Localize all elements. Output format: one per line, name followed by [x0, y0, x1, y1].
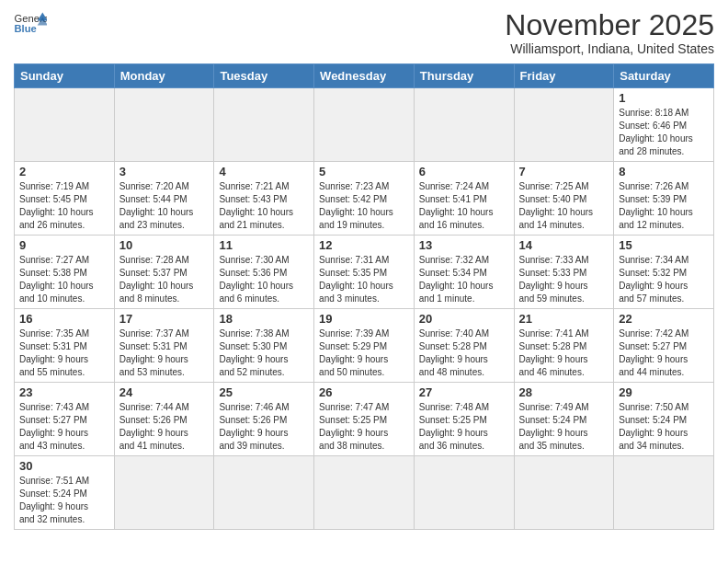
table-row [314, 88, 415, 162]
day-info: Sunrise: 7:31 AM Sunset: 5:35 PM Dayligh… [319, 254, 409, 305]
day-number: 28 [519, 385, 609, 399]
table-row: 16Sunrise: 7:35 AM Sunset: 5:31 PM Dayli… [15, 309, 115, 383]
day-number: 11 [219, 238, 309, 252]
calendar-header-row: Sunday Monday Tuesday Wednesday Thursday… [15, 64, 714, 88]
day-info: Sunrise: 7:20 AM Sunset: 5:44 PM Dayligh… [119, 180, 210, 232]
day-number: 29 [619, 385, 709, 399]
day-info: Sunrise: 7:41 AM Sunset: 5:28 PM Dayligh… [519, 327, 609, 379]
day-number: 3 [119, 165, 210, 178]
day-info: Sunrise: 7:46 AM Sunset: 5:26 PM Dayligh… [219, 401, 309, 453]
header-monday: Monday [114, 64, 214, 88]
table-row [214, 88, 314, 162]
day-info: Sunrise: 7:42 AM Sunset: 5:27 PM Dayligh… [619, 327, 709, 379]
table-row [114, 456, 214, 530]
day-number: 6 [419, 165, 509, 178]
day-number: 20 [419, 312, 509, 326]
day-number: 25 [219, 385, 309, 399]
table-row: 10Sunrise: 7:28 AM Sunset: 5:37 PM Dayli… [114, 236, 214, 309]
page: General Blue November 2025 Williamsport,… [0, 0, 728, 544]
day-info: Sunrise: 7:33 AM Sunset: 5:33 PM Dayligh… [519, 254, 609, 305]
table-row: 6Sunrise: 7:24 AM Sunset: 5:41 PM Daylig… [414, 162, 514, 236]
day-info: Sunrise: 7:21 AM Sunset: 5:43 PM Dayligh… [219, 180, 309, 232]
day-info: Sunrise: 7:34 AM Sunset: 5:32 PM Dayligh… [619, 254, 709, 305]
day-number: 2 [19, 165, 109, 178]
day-info: Sunrise: 7:50 AM Sunset: 5:24 PM Dayligh… [619, 401, 709, 453]
table-row: 12Sunrise: 7:31 AM Sunset: 5:35 PM Dayli… [314, 236, 415, 309]
day-info: Sunrise: 7:43 AM Sunset: 5:27 PM Dayligh… [19, 401, 109, 453]
day-number: 30 [19, 459, 109, 473]
table-row: 17Sunrise: 7:37 AM Sunset: 5:31 PM Dayli… [114, 309, 214, 383]
table-row: 23Sunrise: 7:43 AM Sunset: 5:27 PM Dayli… [15, 383, 115, 456]
day-number: 22 [619, 312, 709, 326]
day-info: Sunrise: 7:28 AM Sunset: 5:37 PM Dayligh… [119, 254, 210, 305]
day-number: 4 [219, 165, 309, 178]
table-row: 9Sunrise: 7:27 AM Sunset: 5:38 PM Daylig… [15, 236, 115, 309]
day-info: Sunrise: 7:44 AM Sunset: 5:26 PM Dayligh… [119, 401, 210, 453]
day-info: Sunrise: 7:25 AM Sunset: 5:40 PM Dayligh… [519, 180, 609, 232]
table-row: 13Sunrise: 7:32 AM Sunset: 5:34 PM Dayli… [414, 236, 514, 309]
table-row: 29Sunrise: 7:50 AM Sunset: 5:24 PM Dayli… [614, 383, 714, 456]
day-info: Sunrise: 7:24 AM Sunset: 5:41 PM Dayligh… [419, 180, 509, 232]
table-row: 25Sunrise: 7:46 AM Sunset: 5:26 PM Dayli… [214, 383, 314, 456]
day-number: 10 [119, 238, 210, 252]
day-number: 5 [319, 165, 409, 178]
table-row: 8Sunrise: 7:26 AM Sunset: 5:39 PM Daylig… [614, 162, 714, 236]
day-number: 8 [619, 165, 709, 178]
day-number: 15 [619, 238, 709, 252]
table-row: 22Sunrise: 7:42 AM Sunset: 5:27 PM Dayli… [614, 309, 714, 383]
table-row: 7Sunrise: 7:25 AM Sunset: 5:40 PM Daylig… [514, 162, 614, 236]
header-thursday: Thursday [414, 64, 514, 88]
day-info: Sunrise: 7:39 AM Sunset: 5:29 PM Dayligh… [319, 327, 409, 379]
day-number: 14 [519, 238, 609, 252]
location: Williamsport, Indiana, United States [505, 41, 714, 56]
day-info: Sunrise: 8:18 AM Sunset: 6:46 PM Dayligh… [619, 107, 709, 158]
table-row: 18Sunrise: 7:38 AM Sunset: 5:30 PM Dayli… [214, 309, 314, 383]
header-saturday: Saturday [614, 64, 714, 88]
table-row: 28Sunrise: 7:49 AM Sunset: 5:24 PM Dayli… [514, 383, 614, 456]
generalblue-logo-icon: General Blue [14, 9, 47, 35]
table-row [15, 88, 115, 162]
day-info: Sunrise: 7:32 AM Sunset: 5:34 PM Dayligh… [419, 254, 509, 305]
table-row: 5Sunrise: 7:23 AM Sunset: 5:42 PM Daylig… [314, 162, 415, 236]
table-row: 27Sunrise: 7:48 AM Sunset: 5:25 PM Dayli… [414, 383, 514, 456]
table-row: 19Sunrise: 7:39 AM Sunset: 5:29 PM Dayli… [314, 309, 415, 383]
day-number: 12 [319, 238, 409, 252]
table-row [414, 456, 514, 530]
table-row: 21Sunrise: 7:41 AM Sunset: 5:28 PM Dayli… [514, 309, 614, 383]
logo: General Blue [14, 9, 47, 35]
day-info: Sunrise: 7:40 AM Sunset: 5:28 PM Dayligh… [419, 327, 509, 379]
day-info: Sunrise: 7:37 AM Sunset: 5:31 PM Dayligh… [119, 327, 210, 379]
month-title: November 2025 [505, 9, 714, 41]
day-info: Sunrise: 7:27 AM Sunset: 5:38 PM Dayligh… [19, 254, 109, 305]
table-row: 2Sunrise: 7:19 AM Sunset: 5:45 PM Daylig… [15, 162, 115, 236]
table-row: 24Sunrise: 7:44 AM Sunset: 5:26 PM Dayli… [114, 383, 214, 456]
day-number: 17 [119, 312, 210, 326]
header: General Blue November 2025 Williamsport,… [14, 9, 714, 56]
table-row: 15Sunrise: 7:34 AM Sunset: 5:32 PM Dayli… [614, 236, 714, 309]
day-info: Sunrise: 7:23 AM Sunset: 5:42 PM Dayligh… [319, 180, 409, 232]
table-row: 3Sunrise: 7:20 AM Sunset: 5:44 PM Daylig… [114, 162, 214, 236]
title-area: November 2025 Williamsport, Indiana, Uni… [505, 9, 714, 56]
day-number: 1 [619, 91, 709, 105]
day-info: Sunrise: 7:51 AM Sunset: 5:24 PM Dayligh… [19, 475, 109, 526]
header-tuesday: Tuesday [214, 64, 314, 88]
day-number: 7 [519, 165, 609, 178]
table-row [514, 456, 614, 530]
svg-text:Blue: Blue [15, 23, 37, 34]
day-info: Sunrise: 7:38 AM Sunset: 5:30 PM Dayligh… [219, 327, 309, 379]
table-row: 1Sunrise: 8:18 AM Sunset: 6:46 PM Daylig… [614, 88, 714, 162]
table-row [614, 456, 714, 530]
day-number: 18 [219, 312, 309, 326]
day-number: 27 [419, 385, 509, 399]
day-info: Sunrise: 7:30 AM Sunset: 5:36 PM Dayligh… [219, 254, 309, 305]
day-number: 9 [19, 238, 109, 252]
day-number: 19 [319, 312, 409, 326]
table-row: 20Sunrise: 7:40 AM Sunset: 5:28 PM Dayli… [414, 309, 514, 383]
day-info: Sunrise: 7:35 AM Sunset: 5:31 PM Dayligh… [19, 327, 109, 379]
table-row [414, 88, 514, 162]
table-row: 14Sunrise: 7:33 AM Sunset: 5:33 PM Dayli… [514, 236, 614, 309]
table-row: 4Sunrise: 7:21 AM Sunset: 5:43 PM Daylig… [214, 162, 314, 236]
day-number: 23 [19, 385, 109, 399]
calendar-table: Sunday Monday Tuesday Wednesday Thursday… [14, 63, 714, 530]
day-number: 24 [119, 385, 210, 399]
